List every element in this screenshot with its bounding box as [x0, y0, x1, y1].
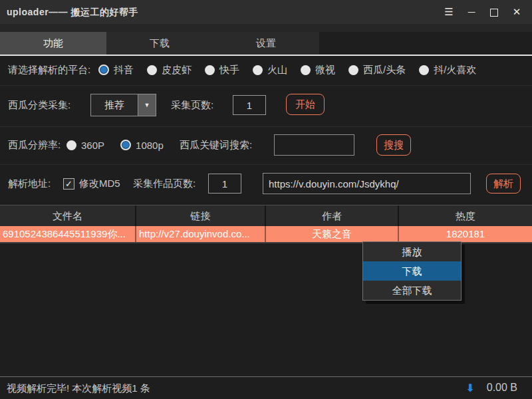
tab-settings[interactable]: 设置 [213, 32, 319, 55]
resolution-row: 西瓜分辨率: 360P 1080p 西瓜关键词搜索: 搜搜 [0, 133, 532, 157]
context-menu: 播放 下载 全部下载 [362, 241, 462, 301]
md5-checkbox-label: 修改MD5 [79, 178, 120, 190]
radio-huoshan[interactable]: 火山 [253, 64, 287, 76]
category-dropdown-value: 推荐 [91, 94, 138, 116]
close-icon[interactable]: ✕ [505, 0, 528, 24]
collect-pages-input[interactable] [233, 95, 266, 115]
menu-icon[interactable]: ☰ [438, 0, 460, 24]
download-arrow-icon: ⬇ [466, 382, 474, 394]
checkbox-checked-icon[interactable]: ✓ [63, 178, 74, 190]
radio-360p[interactable]: 360P [66, 140, 104, 151]
radio-icon [147, 65, 157, 75]
collect-pages-label: 采集页数: [171, 93, 213, 117]
window-title: uploader—— 搬运工的好帮手 [7, 0, 138, 24]
radio-selected-icon [120, 140, 131, 150]
radio-icon [66, 140, 76, 150]
table-header: 文件名 链接 作者 热度 [0, 205, 532, 226]
section-separator [0, 126, 532, 127]
keyword-search-label: 西瓜关键词搜索: [180, 133, 252, 157]
radio-label: 西瓜/头条 [363, 64, 406, 76]
radio-label: 火山 [267, 64, 287, 76]
platform-options: 抖音 皮皮虾 快手 火山 微视 西瓜/头条 [98, 61, 476, 78]
radio-label: 360P [81, 140, 104, 151]
statusbar-separator [0, 376, 532, 377]
status-download-info: ⬇ 0.00 B [466, 380, 517, 396]
platform-label: 请选择解析的平台: [8, 61, 90, 78]
context-menu-play[interactable]: 播放 [363, 242, 461, 261]
section-separator [0, 85, 532, 86]
column-header-link[interactable]: 链接 [136, 205, 266, 226]
radio-icon [348, 65, 358, 75]
radio-icon [253, 65, 263, 75]
minimize-icon[interactable]: ─ [460, 0, 483, 24]
keyword-search-input[interactable] [274, 134, 354, 156]
search-button[interactable]: 搜搜 [376, 134, 411, 156]
parse-address-label: 解析地址: [8, 172, 51, 196]
section-separator [0, 164, 532, 165]
download-speed: 0.00 B [487, 382, 517, 394]
radio-weishi[interactable]: 微视 [301, 64, 335, 76]
category-row: 西瓜分类采集: 推荐 ▼ 采集页数: 开始 [0, 93, 532, 117]
resolution-options: 360P 1080p [66, 133, 164, 157]
radio-kuaishou[interactable]: 快手 [205, 64, 239, 76]
cell-hot[interactable]: 1820181 [399, 226, 532, 242]
column-header-filename[interactable]: 文件名 [0, 205, 136, 226]
radio-icon [205, 65, 215, 75]
tab-bar: 功能 下载 设置 [0, 32, 319, 55]
radio-douyin[interactable]: 抖音 [98, 64, 134, 76]
window-controls: ☰ ─ ✕ [438, 0, 528, 24]
radio-pipixia[interactable]: 皮皮虾 [147, 64, 192, 76]
radio-label: 抖音 [114, 64, 134, 76]
context-menu-download-all[interactable]: 全部下载 [363, 281, 461, 300]
column-header-author[interactable]: 作者 [266, 205, 399, 226]
chevron-down-icon[interactable]: ▼ [138, 94, 156, 116]
cell-link[interactable]: http://v27.douyinvod.co... [136, 226, 266, 242]
maximize-box-glyph [490, 9, 498, 17]
cell-filename[interactable]: 6910524386445511939你... [0, 226, 136, 242]
category-label: 西瓜分类采集: [8, 93, 70, 117]
md5-checkbox-wrap[interactable]: ✓ 修改MD5 [63, 172, 120, 196]
radio-label: 抖/火喜欢 [434, 64, 476, 76]
radio-label: 微视 [315, 64, 335, 76]
radio-label: 1080p [136, 140, 164, 151]
radio-selected-icon [98, 65, 109, 75]
parse-row: 解析地址: ✓ 修改MD5 采集作品页数: 解析 [0, 172, 532, 196]
radio-icon [419, 65, 429, 75]
tab-download[interactable]: 下载 [106, 32, 213, 55]
tab-underline [0, 55, 532, 56]
status-message: 视频解析完毕! 本次解析视频1 条 [7, 381, 150, 396]
context-menu-download[interactable]: 下载 [363, 261, 461, 281]
parse-url-input[interactable] [263, 173, 471, 194]
start-button[interactable]: 开始 [286, 94, 325, 115]
work-pages-input[interactable] [208, 174, 241, 194]
titlebar: uploader—— 搬运工的好帮手 ☰ ─ ✕ [0, 0, 532, 24]
radio-label: 皮皮虾 [162, 64, 192, 76]
radio-dou-huo-likes[interactable]: 抖/火喜欢 [419, 64, 476, 76]
cell-author[interactable]: 天籁之音 [266, 226, 399, 242]
category-dropdown[interactable]: 推荐 ▼ [90, 94, 156, 116]
column-header-hot[interactable]: 热度 [399, 205, 532, 226]
radio-icon [301, 65, 311, 75]
parse-button[interactable]: 解析 [486, 174, 521, 194]
titlebar-lower-strip [0, 24, 532, 32]
app-window: uploader—— 搬运工的好帮手 ☰ ─ ✕ 功能 下载 设置 请选择解析的… [0, 0, 532, 399]
radio-xigua-toutiao[interactable]: 西瓜/头条 [348, 64, 406, 76]
work-pages-label: 采集作品页数: [133, 172, 196, 196]
platform-row: 请选择解析的平台: 抖音 皮皮虾 快手 火山 微视 [0, 61, 532, 78]
tab-function[interactable]: 功能 [0, 32, 106, 55]
radio-1080p[interactable]: 1080p [120, 140, 164, 151]
maximize-icon[interactable] [483, 0, 505, 24]
radio-label: 快手 [219, 64, 239, 76]
resolution-label: 西瓜分辨率: [8, 133, 61, 157]
